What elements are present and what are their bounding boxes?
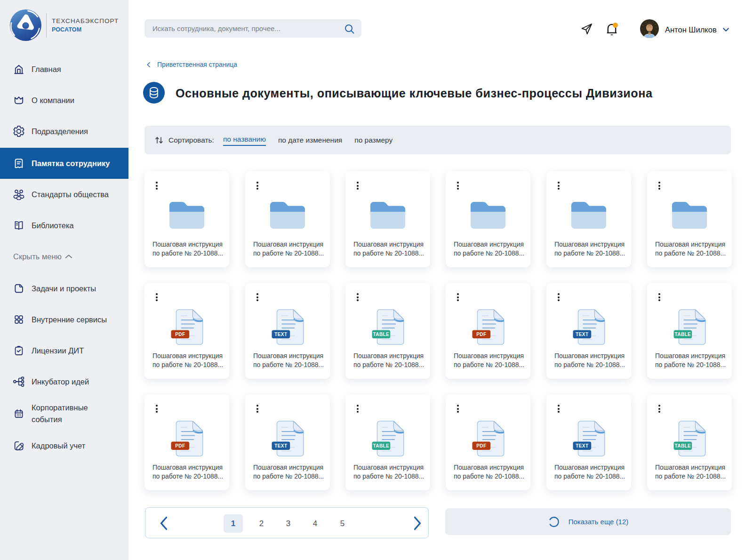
svg-text:TABLE: TABLE [674,332,691,337]
svg-text:PDF: PDF [476,443,486,448]
svg-text:TEXT: TEXT [274,332,287,337]
svg-text:TABLE: TABLE [674,443,691,448]
svg-text:TABLE: TABLE [373,443,389,448]
svg-text:TABLE: TABLE [373,332,389,337]
svg-text:PDF: PDF [476,332,486,337]
svg-text:PDF: PDF [175,443,185,448]
svg-text:PDF: PDF [175,332,185,337]
svg-text:TEXT: TEXT [274,443,287,448]
svg-text:TEXT: TEXT [576,332,588,337]
svg-text:TEXT: TEXT [576,443,588,448]
